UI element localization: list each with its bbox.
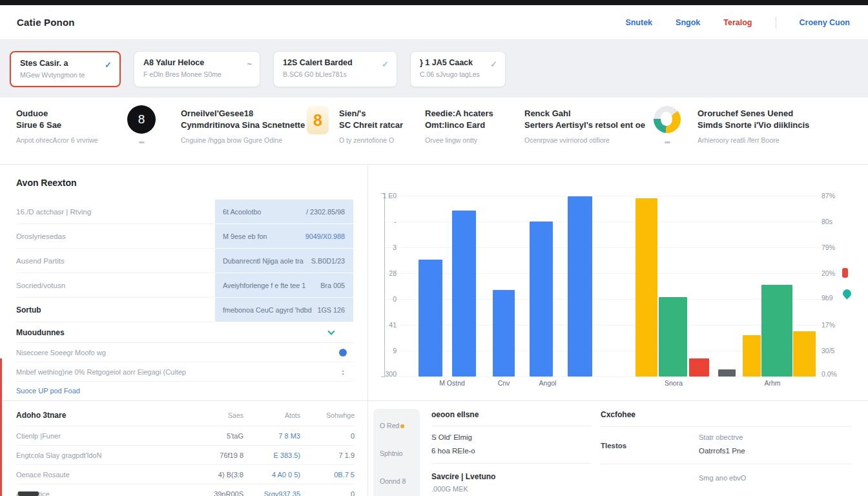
nav-link-1[interactable]: Snutek <box>625 18 652 27</box>
detail-row[interactable]: Nisecoere Soeegr Moofo wg <box>16 343 353 362</box>
expander-label: Muoudunnes <box>16 328 65 337</box>
cell-value: 7 1.9 <box>300 451 355 459</box>
features-row: Ouduoe Sirue 6 Sae Anpot ohrecAcror 6 vr… <box>0 98 868 165</box>
top-dark-strip <box>0 0 868 5</box>
detail-label: Mnbef wethiog)ne 0% Retgogeiol aorr Eieg… <box>16 368 186 376</box>
nav-link-2[interactable]: Sngok <box>676 18 700 27</box>
feature-item-1[interactable]: Ouduoe Sirue 6 Sae Anpot ohrecAcror 6 vr… <box>16 108 98 144</box>
stat-card-2[interactable]: A8 Yalur Heloce F eDln Bres Monee S0me ~ <box>134 51 260 87</box>
feature-title: Renck Gahl <box>524 108 645 119</box>
table-row: Sortub fmebonoa CeuC agyrd 'hdbd (e) 1GS… <box>16 298 353 322</box>
feature-item-2[interactable]: Orneilvel'Gesee18 Cynmdritinova Sina Scn… <box>181 108 305 144</box>
rail-item[interactable]: Sphtnio <box>380 450 420 457</box>
feature-title: Sien/'s <box>339 108 403 119</box>
stat-card-subtitle: B.SC6 G0 bLIes781s <box>283 70 353 78</box>
row-value: Oatrrofs1 Pne <box>699 447 745 455</box>
feature-title: Simds Snorte i'Vio diiklincis <box>698 119 809 131</box>
feature-item-5[interactable]: Renck Gahl Serters Aertisyl's retsol ent… <box>524 108 645 144</box>
feature-item-4[interactable]: Reedie:A hcaters Omt:linco Eard Orvee li… <box>425 108 493 144</box>
table-row: Socried/votusn Aveiyhforlenge f e fte te… <box>16 273 353 298</box>
feature-title: Orneilvel'Gesee18 <box>181 108 305 119</box>
stat-card-subtitle: F eDln Bres Monee S0me <box>143 70 222 78</box>
y-axis-label: 28 <box>368 269 397 277</box>
row-metric: fmebonoa CeuC agyrd 'hdbd (e) <box>223 306 312 314</box>
cell-value: 0 <box>300 432 355 440</box>
feature-title: Cynmdritinova Sina Scnetnette <box>181 119 305 131</box>
rail-item[interactable]: Oonnd 8 <box>380 477 420 485</box>
row-label: Ausend Partits <box>16 249 215 273</box>
feature-subtitle: Arhieroory reatli /ferr Boore <box>698 136 809 144</box>
report-footer-link[interactable]: Suoce UP pod Foad <box>16 382 353 400</box>
stat-card-title: A8 Yalur Heloce <box>143 58 222 67</box>
cell-value: 0 <box>300 490 355 496</box>
cell-value: 5'taG <box>193 432 243 440</box>
stat-card-4[interactable]: } 1 JA5 Caack C.06 sJvugo tagLes ✓ <box>410 51 506 87</box>
bar-2 <box>452 211 476 377</box>
small-tick-icon <box>665 141 670 143</box>
chevron-down-icon[interactable] <box>327 327 335 335</box>
check-icon: ✓ <box>484 59 497 69</box>
stat-card-subtitle: MGew Wvtyngmon te <box>20 71 85 79</box>
feature-title: Omt:linco Eard <box>425 119 493 131</box>
y-axis-label: - <box>368 218 397 225</box>
table-row: Engtcola Slay gragpdt'ldoN 76f19 8 E 383… <box>16 445 355 464</box>
feature-subtitle: Orvee lingw ontty <box>425 136 493 144</box>
stat-card-title: } 1 JA5 Caack <box>420 58 480 67</box>
bar-7 <box>659 297 687 377</box>
stat-card-highlighted[interactable]: Stes Casir. a MGew Wvtyngmon te ✓ <box>10 51 121 87</box>
bar-10 <box>743 335 761 377</box>
table-row: Ctienlp |Funer 5'taG 7 8 M3 0 <box>16 426 355 445</box>
column-header: Saes <box>193 411 243 419</box>
section-header: Cxcfohee <box>601 410 851 427</box>
column-header: Sohwhge <box>300 411 355 419</box>
row-label: Engtcola Slay gragpdt'ldoN <box>16 451 193 459</box>
check-icon: ✓ <box>98 60 112 70</box>
side-rail: O Red Sphtnio Oonnd 8 <box>373 409 420 496</box>
top-bar: Catie Ponon Snutek Sngok Teralog Croeny … <box>0 5 868 40</box>
feature-item-3[interactable]: Sien/'s SC Chreit ratcar O ty zenrtofion… <box>339 108 403 144</box>
feature-subtitle: Cnguine /hgga brow Ggure Odine <box>181 136 305 144</box>
bar-11 <box>761 285 792 377</box>
red-edge-indicator <box>0 358 2 496</box>
stat-card-title: Stes Casir. a <box>20 59 85 68</box>
rail-item[interactable]: O Red <box>380 422 420 429</box>
more-icon[interactable]: : <box>342 368 344 376</box>
row-metric: M 9ese eb fon <box>223 232 267 240</box>
entry-title: Savcire | Lvetuno <box>431 472 592 481</box>
cell-value: E 383.5) <box>243 451 300 459</box>
y-axis-label: 1 E0 <box>368 192 397 200</box>
feature-subtitle: Ocenrpvae vvirriorod otifiore <box>524 136 645 144</box>
row-detail: Dubanrecntl Njiga aole tra S.B0D1/23 <box>215 249 353 273</box>
number-8-badge-icon: 8 <box>127 105 156 134</box>
row-detail: Aveiyhforlenge f e fte tee 1 Bra 005 <box>215 273 353 298</box>
y2-axis-label: 17% <box>822 321 835 329</box>
nav-link-4[interactable]: Croeny Cuon <box>800 18 850 27</box>
cell-value: 76f19 8 <box>193 451 243 459</box>
bar-5 <box>568 196 592 377</box>
wave-icon: ~ <box>240 59 252 69</box>
bottom-middle-panel: O Red Sphtnio Oonnd 8 oeoon ellsne S Old… <box>368 401 595 496</box>
row-value: 9049/X0.988 <box>300 232 345 240</box>
nav-link-3[interactable]: Teralog <box>723 18 752 27</box>
detail-row[interactable]: Mnbef wethiog)ne 0% Retgogeiol aorr Eieg… <box>16 362 353 382</box>
stat-card-title: 12S Calert Barded <box>283 58 353 67</box>
y-axis-label: 9 <box>368 347 397 355</box>
bar-6 <box>636 198 657 377</box>
row-value: Statr obectrve <box>699 433 745 441</box>
page-title: Catie Ponon <box>17 17 75 28</box>
bar-chart: 1 E0 - 3 28 0 41 9 300 87% 80s 79% 20% 9… <box>368 165 868 400</box>
row-metric: Aveiyhforlenge f e fte tee 1 <box>223 282 305 289</box>
feature-subtitle: O ty zenrtofione O <box>339 136 403 144</box>
cell-value: Srgy937 35 <box>243 490 300 496</box>
row-value: Bra 005 <box>315 282 345 289</box>
detail-row: Tlestos Statr obectrve Oatrrofs1 Pne <box>601 433 851 464</box>
legend-red-square-icon <box>842 268 848 278</box>
expander-row[interactable]: Muoudunnes <box>16 322 353 343</box>
feature-item-6[interactable]: Ororuchef Senes Uened Simds Snorte i'Vio… <box>698 108 809 144</box>
stat-card-subtitle: C.06 sJvugo tagLes <box>420 70 480 78</box>
cell-value: 0B.7 5 <box>300 471 355 479</box>
blue-dot-icon[interactable] <box>339 349 347 356</box>
stat-card-3[interactable]: 12S Calert Barded B.SC6 G0 bLIes781s ✓ <box>273 51 397 87</box>
row-label: Aygaertice <box>16 490 193 496</box>
rail-item-label: O Red <box>380 422 399 429</box>
